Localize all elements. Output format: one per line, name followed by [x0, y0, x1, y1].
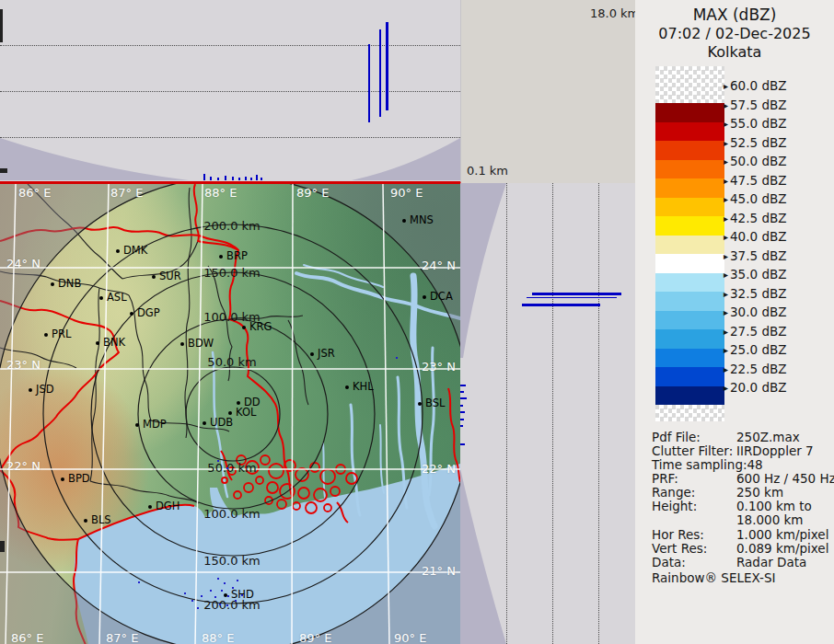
- scale-arrow-icon: ▸: [724, 100, 728, 110]
- lon-label: 87° E: [110, 186, 143, 200]
- station-label: JSR: [318, 347, 335, 360]
- info-row-label: Pdf File:: [652, 430, 701, 444]
- station-label: BRP: [226, 249, 248, 262]
- station-dot: [310, 352, 314, 356]
- radar-echo-dot: [217, 460, 219, 462]
- station-label: DMK: [123, 244, 147, 257]
- scale-arrow-icon: ▸: [724, 251, 728, 261]
- legend-band: [655, 386, 724, 406]
- echo-tick: [460, 385, 466, 386]
- lon-label: 86° E: [11, 631, 43, 644]
- legend-scale-label: ▸20.0 dBZ: [724, 380, 786, 395]
- lon-label: 90° E: [390, 186, 423, 200]
- lat-label: 23° N: [6, 358, 41, 372]
- legend-scale-label: ▸47.5 dBZ: [724, 173, 786, 188]
- info-row-label: Range:: [652, 485, 695, 500]
- window-edge-mark: [0, 168, 7, 173]
- legend-band: [655, 160, 724, 179]
- info-row-label: Time sampling:48: [652, 457, 763, 472]
- info-row-value2: 18.000 km: [736, 512, 804, 527]
- legend-band: [655, 103, 724, 122]
- station-dot: [29, 388, 32, 392]
- info-row-label: Data:: [652, 555, 686, 569]
- info-row-value: 1.000 km/pixel: [736, 527, 828, 542]
- echo-row: [532, 293, 621, 295]
- radar-map[interactable]: 86° E87° E88° E89° E90° E86° E87° E88° E…: [0, 184, 460, 644]
- radar-echo-dot: [221, 590, 223, 592]
- station-label: DGP: [137, 306, 160, 319]
- station-dot: [148, 505, 152, 509]
- legend-band: [655, 122, 724, 142]
- station-label: BDW: [188, 337, 214, 350]
- lon-label: 90° E: [394, 631, 426, 644]
- scale-value: 40.0 dBZ: [730, 229, 786, 244]
- info-row-value: Radar Data: [736, 555, 806, 569]
- station-dot: [345, 385, 349, 389]
- scale-arrow-icon: ▸: [724, 176, 728, 186]
- window-edge-mark: [0, 541, 5, 552]
- station-dot: [423, 295, 426, 299]
- scale-value: 42.5 dBZ: [730, 211, 786, 225]
- station-dot: [242, 326, 246, 329]
- legend-panel: MAX (dBZ) 07:02 / 02-Dec-2025 Kolkata ▸6…: [635, 0, 834, 644]
- scale-arrow-icon: ▸: [724, 213, 728, 224]
- scale-value: 22.5 dBZ: [730, 362, 786, 376]
- info-row-value: 250Z.max: [736, 430, 800, 444]
- station-label: BLS: [91, 513, 111, 526]
- station-dot: [44, 333, 48, 337]
- station-dot: [84, 519, 87, 523]
- lon-label: 88° E: [202, 631, 234, 644]
- station-dot: [96, 341, 99, 345]
- station-label: MNS: [410, 213, 434, 226]
- legend-scale-label: ▸30.0 dBZ: [724, 305, 786, 319]
- legend-scale-label: ▸52.5 dBZ: [724, 135, 786, 150]
- scale-value: 37.5 dBZ: [730, 248, 786, 263]
- echo-tick: [225, 176, 226, 180]
- lat-label: 22° N: [422, 462, 456, 476]
- scale-value: 35.0 dBZ: [730, 267, 786, 282]
- echo-column: [368, 44, 370, 122]
- echo-tick: [238, 178, 240, 180]
- radar-echo-dot: [224, 582, 226, 584]
- radar-echo-dot: [241, 594, 243, 596]
- scale-arrow-icon: ▸: [724, 119, 728, 129]
- height-gridline: [506, 183, 507, 644]
- scale-arrow-icon: ▸: [724, 232, 728, 242]
- echo-row: [527, 297, 617, 298]
- echo-tick: [460, 425, 463, 427]
- legend-band: [655, 254, 724, 273]
- legend-colorbar: [655, 66, 724, 421]
- legend-band: [655, 311, 724, 330]
- station-label: KOL: [236, 406, 256, 419]
- legend-band: [655, 216, 724, 236]
- echo-tick: [261, 178, 262, 180]
- radar-echo-dot: [210, 590, 212, 592]
- software-credit: Rainbow® SELEX-SI: [652, 570, 775, 585]
- station-dot: [180, 342, 184, 346]
- height-gridline: [0, 45, 460, 46]
- scale-value: 47.5 dBZ: [730, 173, 786, 188]
- beam-coverage-wedges: [460, 183, 635, 644]
- station-label: PRL: [52, 328, 71, 340]
- station-label: BNK: [103, 336, 125, 349]
- radar-echo-dot: [214, 596, 216, 598]
- radar-echo-dot: [237, 580, 238, 581]
- legend-band: [655, 329, 724, 349]
- station-dot: [51, 282, 54, 286]
- info-row-label: Vert Res:: [652, 541, 707, 556]
- echo-tick: [256, 175, 258, 180]
- lon-label: 87° E: [106, 631, 138, 644]
- station-label: BPD: [68, 472, 90, 485]
- scale-value: 25.0 dBZ: [730, 342, 786, 357]
- station-label: KRG: [249, 320, 272, 333]
- echo-tick: [460, 405, 463, 407]
- legend-scale-label: ▸45.0 dBZ: [724, 191, 786, 206]
- height-gridline: [552, 183, 553, 644]
- legend-scale-label: ▸40.0 dBZ: [724, 229, 786, 244]
- lat-label: 23° N: [422, 360, 456, 374]
- range-ring-label: 50.0 km: [207, 355, 256, 369]
- station-dot: [418, 402, 422, 406]
- station-dot: [135, 423, 139, 427]
- station-label: JSD: [36, 383, 54, 396]
- legend-band: [655, 292, 724, 311]
